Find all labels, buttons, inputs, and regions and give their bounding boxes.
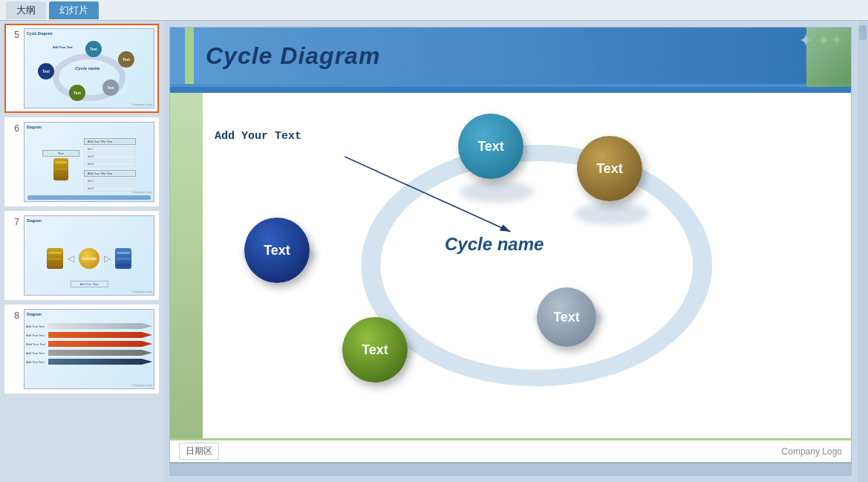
thumb-box-8: Diagram Add Your Text Add Your Text xyxy=(24,309,154,389)
circle-right[interactable]: Text xyxy=(577,136,642,201)
slide-thumb-6[interactable]: 6 Diagram Text Add Your xyxy=(4,117,159,206)
tab-slides[interactable]: 幻灯片 xyxy=(49,1,99,19)
top-tabs-bar: 大纲 幻灯片 xyxy=(0,0,868,21)
circle-bottom-left[interactable]: Text xyxy=(342,317,408,382)
slide-title: Cycle Diagram xyxy=(194,42,380,70)
left-green-strip xyxy=(170,93,203,438)
right-scrollbar[interactable] xyxy=(858,21,868,482)
blue-divider xyxy=(170,87,851,93)
thumb-box-7: Diagram ◁ Concept ▷ xyxy=(24,215,154,296)
shadow-2 xyxy=(575,203,649,225)
slide-thumb-8[interactable]: 8 Diagram Add Your Text Add Your Text xyxy=(4,304,159,394)
slides-panel: 5 Cycle Diagram Text Text Text Text Text… xyxy=(0,21,163,482)
mini-circle-3: Text xyxy=(69,85,85,101)
shadow-1 xyxy=(460,180,534,203)
mini-circle-4: Text xyxy=(102,79,119,96)
thumb-box-5: Cycle Diagram Text Text Text Text Text A… xyxy=(24,28,154,108)
mini-circle-5: Text xyxy=(38,63,54,79)
thumb8-title: Diagram xyxy=(25,310,154,319)
main-layout: 5 Cycle Diagram Text Text Text Text Text… xyxy=(0,21,868,482)
circle-left[interactable]: Text xyxy=(244,218,310,283)
slide-num-6: 6 xyxy=(9,122,19,134)
thumb7-title: Diagram xyxy=(25,216,154,225)
scrollbar-thumb[interactable] xyxy=(859,25,867,40)
thumb-box-6: Diagram Text Add Your Title Text xyxy=(24,122,154,202)
header-left-strip xyxy=(185,27,194,84)
circle-top[interactable]: Text xyxy=(458,114,523,179)
slide-num-8: 8 xyxy=(9,309,19,321)
slide-num-5: 5 xyxy=(9,28,19,40)
mini-circle-2: Text xyxy=(118,51,134,68)
slide-container: Cycle Diagram ✦ ✦✦ xyxy=(169,27,852,463)
slide-area: Cycle Diagram ✦ ✦✦ xyxy=(163,21,858,482)
slide-num-7: 7 xyxy=(9,215,19,227)
tab-outline[interactable]: 大纲 xyxy=(6,1,46,19)
slide-body: Add Your Text Cycle name Text Text xyxy=(170,93,851,438)
footer-date: 日期区 xyxy=(179,443,219,460)
annotation-label: Add Your Text xyxy=(215,130,301,143)
mini-circle-1: Text xyxy=(85,41,102,57)
thumb6-title: Diagram xyxy=(25,123,154,131)
slide-header: Cycle Diagram ✦ ✦✦ xyxy=(170,27,851,87)
cycle-name: Cycle name xyxy=(445,234,544,255)
svg-point-1 xyxy=(371,153,702,378)
bottom-strip xyxy=(169,463,852,476)
slide-thumb-7[interactable]: 7 Diagram ◁ Concept ▷ xyxy=(4,211,159,300)
slide-footer: 日期区 Company Logo xyxy=(170,438,851,462)
slide-thumb-5[interactable]: 5 Cycle Diagram Text Text Text Text Text… xyxy=(4,24,159,113)
thumb5-title: Cycle Diagram xyxy=(25,29,154,36)
circle-bottom-right[interactable]: Text xyxy=(537,287,596,347)
footer-logo: Company Logo xyxy=(782,446,842,457)
